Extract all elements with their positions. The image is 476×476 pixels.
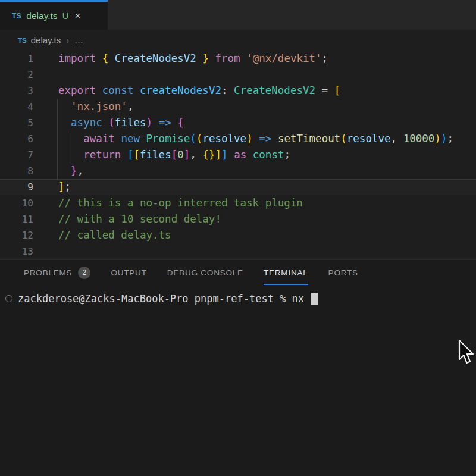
tab-delay-ts[interactable]: TS delay.ts U × [0,0,108,30]
code-line-9[interactable]: 9]; [0,179,476,195]
panel-tab-label: DEBUG CONSOLE [167,268,243,277]
line-number: 3 [0,83,33,99]
code-line-content: return [[files[0], {}]] as const; [33,147,290,163]
code-lines: 1import { CreateNodesV2 } from '@nx/devk… [0,51,476,259]
code-line-content: }, [33,163,83,179]
typescript-file-icon: TS [18,37,27,44]
line-number: 5 [0,115,33,131]
chevron-right-icon: › [66,36,69,45]
code-line-content: // this is a no-op interred task plugin [33,195,303,211]
line-number: 2 [0,67,33,83]
breadcrumb: TS delay.ts › … [0,30,476,51]
panel-tab-label: OUTPUT [111,268,146,277]
typescript-file-icon: TS [12,12,21,20]
panel-tab-label: PROBLEMS [24,268,72,277]
code-line-5[interactable]: 5 async (files) => { [0,115,476,131]
code-line-content: export const createNodesV2: CreateNodesV… [33,83,340,99]
line-number: 8 [0,163,33,179]
code-line-13[interactable]: 13 [0,243,476,259]
terminal-prompt-line[interactable]: zackderose@Zacks-MacBook-Pro pnpm-ref-te… [0,291,476,306]
code-line-content: await new Promise((resolve) => setTimeou… [33,131,453,147]
code-line-12[interactable]: 12// called delay.ts [0,227,476,243]
indent-guide [70,131,70,163]
line-number: 4 [0,99,33,115]
line-number: 11 [0,211,33,227]
breadcrumb-ellipsis[interactable]: … [74,35,84,45]
tab-title: delay.ts [26,11,57,21]
code-line-10[interactable]: 10// this is a no-op interred task plugi… [0,195,476,211]
code-line-content: // with a 10 second delay! [33,211,221,227]
breadcrumb-file[interactable]: delay.ts [31,35,61,45]
panel-tab-label: PORTS [328,268,358,277]
code-line-11[interactable]: 11// with a 10 second delay! [0,211,476,227]
code-line-4[interactable]: 4 'nx.json', [0,99,476,115]
code-line-content: import { CreateNodesV2 } from '@nx/devki… [33,51,328,67]
line-number: 1 [0,51,33,67]
line-number: 13 [0,243,33,259]
line-number: 12 [0,227,33,243]
code-editor[interactable]: 1import { CreateNodesV2 } from '@nx/devk… [0,51,476,259]
code-line-content: 'nx.json', [33,99,133,115]
line-number: 9 [0,179,33,195]
code-line-content [33,243,58,259]
shell-integration-icon [5,295,12,302]
terminal-prompt-text: zackderose@Zacks-MacBook-Pro pnpm-ref-te… [18,293,310,305]
indent-guide [57,99,58,179]
tab-problems[interactable]: PROBLEMS 2 [24,260,90,285]
tab-ports[interactable]: PORTS [328,260,358,285]
close-icon[interactable]: × [74,11,80,21]
vscode-window: TS delay.ts U × TS delay.ts › … 1import … [0,0,476,476]
line-number: 7 [0,147,33,163]
code-line-1[interactable]: 1import { CreateNodesV2 } from '@nx/devk… [0,51,476,67]
code-line-content [33,67,58,83]
editor-tab-bar: TS delay.ts U × [0,0,476,30]
tab-output[interactable]: OUTPUT [111,260,146,285]
code-line-content: // called delay.ts [33,227,171,243]
tab-debug-console[interactable]: DEBUG CONSOLE [167,260,243,285]
code-line-3[interactable]: 3export const createNodesV2: CreateNodes… [0,83,476,99]
terminal-cursor [311,293,318,305]
line-number: 6 [0,131,33,147]
code-line-content: async (files) => { [33,115,184,131]
code-line-7[interactable]: 7 return [[files[0], {}]] as const; [0,147,476,163]
code-line-6[interactable]: 6 await new Promise((resolve) => setTime… [0,131,476,147]
code-line-content: ]; [33,179,71,195]
tab-terminal[interactable]: TERMINAL [264,260,308,285]
code-line-2[interactable]: 2 [0,67,476,83]
line-number: 10 [0,195,33,211]
panel-tab-bar: PROBLEMS 2 OUTPUT DEBUG CONSOLE TERMINAL… [0,260,476,285]
code-line-8[interactable]: 8 }, [0,163,476,179]
git-status-badge: U [62,11,69,21]
bottom-panel: PROBLEMS 2 OUTPUT DEBUG CONSOLE TERMINAL… [0,259,476,476]
panel-tab-label: TERMINAL [264,268,308,277]
problems-count-badge: 2 [78,267,90,279]
